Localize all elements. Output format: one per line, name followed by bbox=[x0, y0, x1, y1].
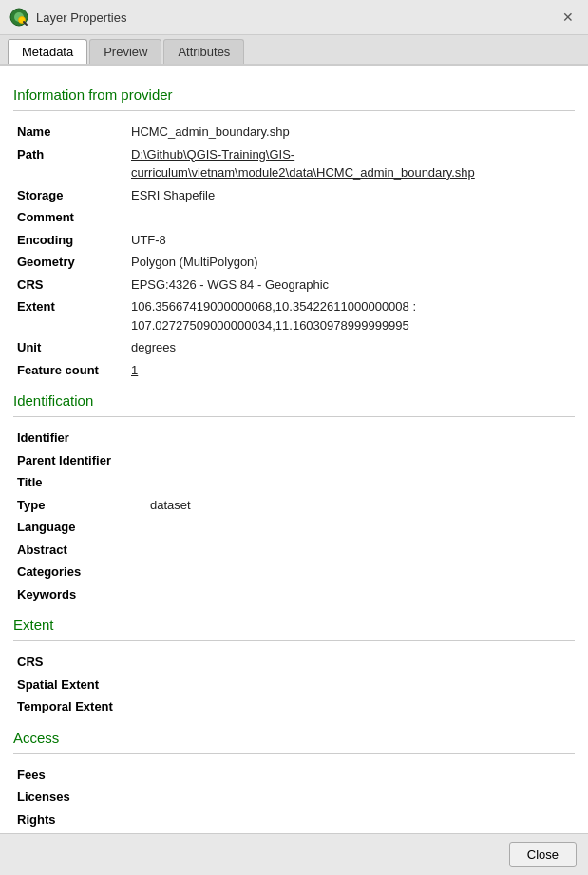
field-value: dataset bbox=[146, 494, 575, 517]
table-row: Fees bbox=[13, 764, 575, 787]
field-label: Storage bbox=[13, 184, 127, 207]
field-label: Geometry bbox=[13, 251, 127, 274]
table-row: Temporal Extent bbox=[13, 695, 575, 718]
table-row: Feature count 1 bbox=[13, 359, 575, 382]
provider-table: Name HCMC_admin_boundary.shp Path D:\Git… bbox=[13, 121, 575, 381]
titlebar-left: Layer Properties bbox=[9, 8, 126, 27]
table-row: Comment bbox=[13, 206, 575, 229]
section-access-divider bbox=[13, 753, 575, 754]
table-row: Encoding UTF-8 bbox=[13, 229, 575, 252]
identification-table: Identifier Parent Identifier Title Type … bbox=[13, 427, 575, 605]
field-value bbox=[146, 695, 575, 718]
field-value bbox=[146, 808, 575, 831]
table-row: Language bbox=[13, 516, 575, 539]
table-row: CRS bbox=[13, 651, 575, 674]
field-label: Comment bbox=[13, 206, 127, 229]
field-value: 106.35667419000000068,10.354226110000000… bbox=[127, 295, 575, 336]
field-label: CRS bbox=[13, 274, 127, 296]
scroll-area[interactable]: Information from provider Name HCMC_admi… bbox=[0, 66, 588, 833]
table-row: Spatial Extent bbox=[13, 674, 575, 696]
field-label: Identifier bbox=[13, 427, 146, 449]
field-label: Parent Identifier bbox=[13, 449, 146, 472]
tab-attributes[interactable]: Attributes bbox=[163, 39, 244, 64]
window-title: Layer Properties bbox=[36, 10, 126, 25]
table-row: CRS EPSG:4326 - WGS 84 - Geographic bbox=[13, 274, 575, 296]
table-row: Storage ESRI Shapefile bbox=[13, 184, 575, 207]
field-label: Unit bbox=[13, 336, 127, 359]
table-row: Unit degrees bbox=[13, 336, 575, 359]
field-value bbox=[146, 471, 575, 494]
field-label: Title bbox=[13, 471, 146, 494]
field-value bbox=[146, 583, 575, 606]
section-identification-title: Identification bbox=[13, 392, 575, 409]
table-row: Abstract bbox=[13, 539, 575, 561]
field-label: Spatial Extent bbox=[13, 674, 146, 696]
table-row: Identifier bbox=[13, 427, 575, 449]
field-value bbox=[146, 786, 575, 808]
section-extent-title: Extent bbox=[13, 617, 575, 633]
table-row: Title bbox=[13, 471, 575, 494]
section-extent-divider bbox=[13, 640, 575, 641]
section-identification: Identification Identifier Parent Identif… bbox=[13, 392, 575, 605]
table-row: Rights bbox=[13, 808, 575, 831]
table-row: Extent 106.35667419000000068,10.35422611… bbox=[13, 295, 575, 336]
field-value bbox=[146, 516, 575, 539]
section-access-title: Access bbox=[13, 730, 575, 746]
window-close-button[interactable]: ✕ bbox=[558, 8, 579, 27]
table-row: Geometry Polygon (MultiPolygon) bbox=[13, 251, 575, 274]
field-value: degrees bbox=[127, 336, 575, 359]
field-value bbox=[146, 539, 575, 561]
feature-count-link[interactable]: 1 bbox=[127, 359, 575, 382]
field-value bbox=[146, 449, 575, 472]
field-value bbox=[146, 561, 575, 583]
close-dialog-button[interactable]: Close bbox=[509, 842, 577, 867]
field-label: CRS bbox=[13, 651, 146, 674]
field-label: Categories bbox=[13, 561, 146, 583]
table-row: Parent Identifier bbox=[13, 449, 575, 472]
table-row: Categories bbox=[13, 561, 575, 583]
field-label: Rights bbox=[13, 808, 146, 831]
field-value bbox=[146, 651, 575, 674]
field-value-path[interactable]: D:\Github\QGIS-Training\GIS-curriculum\v… bbox=[127, 143, 575, 184]
table-row: Path D:\Github\QGIS-Training\GIS-curricu… bbox=[13, 143, 575, 184]
field-label: Name bbox=[13, 121, 127, 143]
field-label: Language bbox=[13, 516, 146, 539]
field-value: EPSG:4326 - WGS 84 - Geographic bbox=[127, 274, 575, 296]
extent-table: CRS Spatial Extent Temporal Extent bbox=[13, 651, 575, 718]
footer: Close bbox=[0, 833, 588, 875]
section-extent: Extent CRS Spatial Extent Temporal Exten… bbox=[13, 617, 575, 718]
field-label: Temporal Extent bbox=[13, 695, 146, 718]
section-provider-divider bbox=[13, 110, 575, 111]
table-row: Type dataset bbox=[13, 494, 575, 517]
section-identification-divider bbox=[13, 416, 575, 417]
field-label: Fees bbox=[13, 764, 146, 787]
tab-bar: Metadata Preview Attributes bbox=[0, 35, 588, 66]
field-label: Keywords bbox=[13, 583, 146, 606]
field-value bbox=[146, 674, 575, 696]
access-table: Fees Licenses Rights Constraints bbox=[13, 764, 575, 834]
field-label: Encoding bbox=[13, 229, 127, 252]
section-provider: Information from provider Name HCMC_admi… bbox=[13, 86, 575, 381]
section-access: Access Fees Licenses Rights Constraints bbox=[13, 730, 575, 834]
field-value bbox=[146, 427, 575, 449]
field-label: Extent bbox=[13, 295, 127, 336]
field-value: Polygon (MultiPolygon) bbox=[127, 251, 575, 274]
field-label: Licenses bbox=[13, 786, 146, 808]
titlebar: Layer Properties ✕ bbox=[0, 0, 588, 35]
section-provider-title: Information from provider bbox=[13, 86, 575, 103]
field-value: ESRI Shapefile bbox=[127, 184, 575, 207]
table-row: Name HCMC_admin_boundary.shp bbox=[13, 121, 575, 143]
qgis-logo-icon bbox=[9, 8, 28, 27]
field-value: HCMC_admin_boundary.shp bbox=[127, 121, 575, 143]
field-label: Feature count bbox=[13, 359, 127, 382]
table-row: Licenses bbox=[13, 786, 575, 808]
tab-metadata[interactable]: Metadata bbox=[8, 39, 87, 64]
field-value bbox=[146, 764, 575, 787]
main-content: Information from provider Name HCMC_admi… bbox=[0, 66, 588, 833]
tab-preview[interactable]: Preview bbox=[89, 39, 161, 64]
field-value bbox=[127, 206, 575, 229]
table-row: Keywords bbox=[13, 583, 575, 606]
field-label: Abstract bbox=[13, 539, 146, 561]
field-value: UTF-8 bbox=[127, 229, 575, 252]
field-label: Type bbox=[13, 494, 146, 517]
